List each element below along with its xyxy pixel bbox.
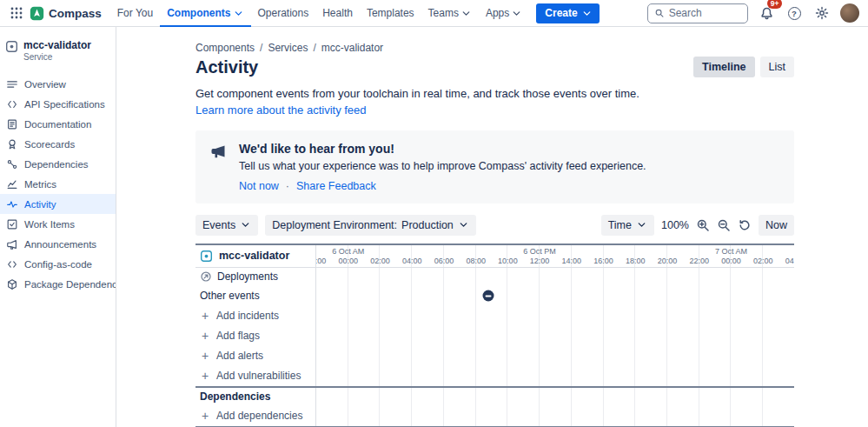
announcements-icon: [6, 238, 18, 250]
sidebar-item-label: Overview: [24, 79, 66, 90]
sidebar-item-activity[interactable]: Activity: [0, 194, 116, 214]
grid-row-vulnerabilities: [315, 366, 794, 386]
sidebar-item-label: Config-as-code: [24, 259, 92, 270]
sidebar-item-label: Activity: [24, 199, 56, 210]
api-specifications-icon: [6, 98, 18, 110]
chevron-down-icon: [458, 219, 469, 230]
plus-icon: +: [200, 330, 210, 342]
chevron-down-icon: [511, 8, 522, 19]
sidebar-item-api-specifications[interactable]: API Specifications: [0, 94, 116, 114]
work-items-icon: [6, 218, 18, 230]
plus-icon: +: [200, 410, 210, 422]
plus-icon: +: [200, 310, 210, 322]
axis-time-label: 16:00: [593, 257, 613, 265]
share-feedback-link[interactable]: Share Feedback: [296, 180, 376, 192]
add-incidents-button[interactable]: + Add incidents: [200, 310, 279, 322]
now-button[interactable]: Now: [759, 215, 794, 236]
grid-dots-icon: [10, 6, 23, 20]
sidebar-item-config-as-code[interactable]: Config-as-code: [0, 254, 116, 274]
zoom-out-button[interactable]: [717, 218, 731, 232]
timeline-toolbar: Events Deployment Environment: Productio…: [195, 215, 794, 236]
add-dependencies-button[interactable]: + Add dependencies: [200, 410, 302, 422]
notification-badge: 9+: [767, 0, 782, 9]
reset-zoom-button[interactable]: [738, 218, 752, 232]
grid-row-dependencies-header: [315, 388, 794, 405]
nav-item-label: Components: [167, 7, 230, 19]
grid-row-add-dependencies: [315, 405, 794, 426]
add-alerts-button[interactable]: + Add alerts: [200, 350, 263, 362]
list-view-button[interactable]: List: [760, 57, 794, 77]
feedback-banner: We'd like to hear from you! Tell us what…: [195, 130, 794, 203]
learn-more-link[interactable]: Learn more about the activity feed: [195, 103, 794, 119]
axis-time-label: 04:00: [402, 257, 422, 265]
axis-time-label: 20:00: [658, 257, 678, 265]
search-box[interactable]: [647, 3, 748, 23]
nav-item-health[interactable]: Health: [315, 0, 360, 27]
plus-icon: +: [200, 350, 210, 362]
add-vulnerabilities-button[interactable]: + Add vulnerabilities: [200, 370, 301, 382]
create-button[interactable]: Create: [536, 3, 599, 23]
nav-item-templates[interactable]: Templates: [360, 0, 421, 27]
chevron-down-icon: [461, 8, 472, 19]
chevron-down-icon: [581, 8, 593, 19]
time-dropdown[interactable]: Time: [601, 215, 654, 236]
help-button[interactable]: ?: [785, 3, 804, 23]
nav-item-components[interactable]: Components: [160, 0, 250, 27]
events-filter-button[interactable]: Events: [195, 215, 258, 236]
sidebar-item-package-dependencies[interactable]: Package Dependencies: [0, 274, 116, 294]
help-icon: ?: [788, 7, 801, 20]
add-flags-button[interactable]: + Add flags: [200, 330, 260, 342]
event-marker[interactable]: [483, 290, 494, 302]
axis-time-label: 14:00: [562, 257, 582, 265]
component-name: mcc-validator: [23, 39, 91, 51]
app-switcher-icon[interactable]: [5, 2, 28, 24]
search-icon: [654, 7, 665, 19]
sidebar-item-overview[interactable]: Overview: [0, 74, 116, 94]
nav-right-group: 9+ ?: [647, 3, 859, 23]
component-type: Service: [23, 52, 91, 62]
settings-button[interactable]: [812, 3, 832, 23]
primary-nav: For YouComponentsOperationsHealthTemplat…: [110, 0, 530, 27]
breadcrumb-item[interactable]: Components: [195, 42, 255, 54]
metrics-icon: [6, 178, 18, 190]
user-avatar[interactable]: [840, 3, 859, 23]
axis-time-label: 02:00: [370, 257, 390, 265]
sidebar-item-scorecards[interactable]: Scorecards: [0, 134, 116, 154]
search-input[interactable]: [669, 7, 741, 19]
grid-row-alerts: [315, 346, 794, 366]
not-now-link[interactable]: Not now: [239, 180, 279, 192]
config-as-code-icon: [6, 258, 18, 270]
page-description: Get component events from your toolchain…: [195, 86, 794, 119]
nav-item-operations[interactable]: Operations: [251, 0, 316, 27]
timeline-view-button[interactable]: Timeline: [693, 57, 754, 77]
nav-item-teams[interactable]: Teams: [421, 0, 479, 27]
sidebar-item-documentation[interactable]: Documentation: [0, 114, 116, 134]
sidebar-item-metrics[interactable]: Metrics: [0, 174, 116, 194]
package-dependencies-icon: [6, 278, 18, 290]
gear-icon: [815, 6, 829, 20]
sidebar-item-dependencies[interactable]: Dependencies: [0, 154, 116, 174]
notifications-button[interactable]: 9+: [757, 3, 776, 23]
axis-time-label: 02:00: [753, 257, 773, 265]
compass-home-link[interactable]: Compass: [30, 6, 102, 21]
nav-item-for-you[interactable]: For You: [110, 0, 160, 27]
grid-row-flags: [315, 326, 794, 346]
nav-item-label: For You: [117, 7, 153, 19]
sidebar-item-label: Scorecards: [24, 139, 75, 150]
timeline-component-row: mcc-validator: [195, 245, 315, 267]
sidebar-item-announcements[interactable]: Announcements: [0, 234, 116, 254]
dependencies-section-label: Dependencies: [195, 388, 315, 405]
breadcrumb-item[interactable]: Services: [268, 42, 308, 54]
events-filter-label: Events: [202, 219, 235, 231]
sidebar-item-work-items[interactable]: Work Items: [0, 214, 116, 234]
environment-filter-button[interactable]: Deployment Environment: Production: [265, 215, 476, 236]
feedback-heading: We'd like to hear from you!: [239, 142, 646, 156]
nav-item-apps[interactable]: Apps: [479, 0, 529, 27]
breadcrumb-item[interactable]: mcc-validator: [321, 42, 383, 54]
component-icon: [200, 250, 213, 263]
zoom-in-button[interactable]: [696, 218, 710, 232]
nav-item-label: Teams: [428, 7, 459, 19]
view-toggle: Timeline List: [693, 57, 794, 77]
timeline-component-name: mcc-validator: [219, 250, 289, 262]
create-button-label: Create: [545, 7, 577, 19]
